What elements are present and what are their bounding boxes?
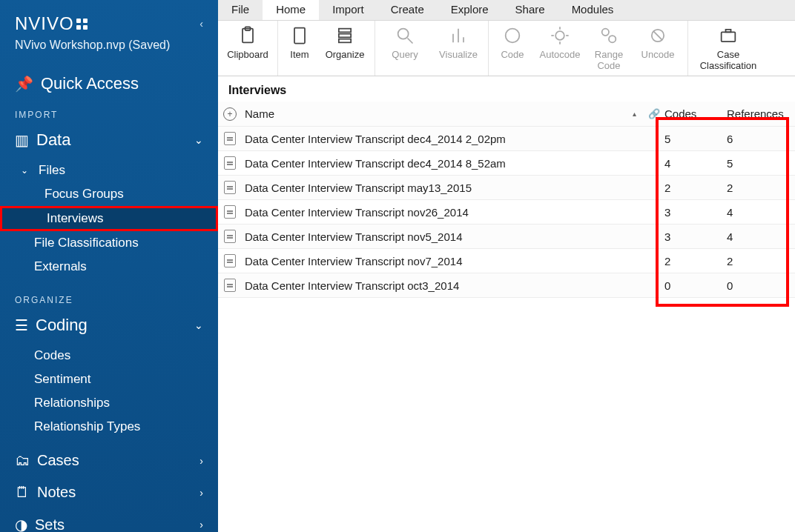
table-row[interactable]: Data Center Interview Transcript dec4_20… bbox=[218, 127, 795, 151]
main-area: File Home Import Create Explore Share Mo… bbox=[218, 0, 795, 532]
chevron-right-icon: › bbox=[199, 519, 203, 531]
sort-asc-icon: ▴ bbox=[633, 110, 636, 118]
grid-header: + Name ▴ 🔗 Codes References bbox=[218, 102, 795, 127]
code-icon bbox=[502, 25, 523, 46]
sidebar-item-files[interactable]: ⌄ Files bbox=[0, 159, 218, 182]
cell-references: 2 bbox=[727, 182, 795, 194]
sidebar: NVIVO ‹ NVivo Workshop.nvp (Saved) 📌 Qui… bbox=[0, 0, 218, 532]
cell-name: Data Center Interview Transcript dec4_20… bbox=[242, 157, 664, 170]
coding-section[interactable]: ☰ Coding ⌄ bbox=[0, 310, 218, 341]
chevron-right-icon: › bbox=[199, 455, 203, 467]
sidebar-item-codes[interactable]: Codes bbox=[0, 344, 218, 368]
table-row[interactable]: Data Center Interview Transcript nov26_2… bbox=[218, 200, 795, 225]
sidebar-item-focus-groups[interactable]: Focus Groups bbox=[0, 182, 218, 206]
cell-references: 2 bbox=[727, 255, 795, 267]
sidebar-item-externals[interactable]: Externals bbox=[0, 255, 218, 279]
panel-title: Interviews bbox=[218, 76, 795, 102]
cell-references: 0 bbox=[727, 279, 795, 292]
project-name: NVivo Workshop.nvp (Saved) bbox=[0, 39, 218, 68]
tab-explore[interactable]: Explore bbox=[438, 0, 502, 20]
document-icon bbox=[224, 205, 236, 219]
item-button[interactable]: Item bbox=[281, 25, 318, 60]
row-icon bbox=[218, 181, 242, 194]
cases-section[interactable]: 🗂 Cases › bbox=[0, 445, 218, 476]
range-code-button[interactable]: Range Code bbox=[587, 25, 631, 71]
cell-references: 5 bbox=[727, 157, 795, 170]
cell-name: Data Center Interview Transcript nov5_20… bbox=[242, 230, 664, 243]
svg-rect-3 bbox=[339, 29, 351, 33]
column-header-name[interactable]: Name ▴ 🔗 bbox=[242, 107, 664, 120]
column-header-codes[interactable]: Codes bbox=[664, 107, 727, 120]
notes-section[interactable]: 🗒 Notes › bbox=[0, 476, 218, 508]
cell-references: 4 bbox=[727, 230, 795, 243]
case-classification-button[interactable]: Case Classification bbox=[691, 25, 765, 71]
logo-dots-icon bbox=[76, 19, 88, 30]
svg-point-17 bbox=[602, 29, 609, 36]
tab-file[interactable]: File bbox=[218, 0, 263, 20]
menu-bar: File Home Import Create Explore Share Mo… bbox=[218, 0, 795, 21]
cell-name: Data Center Interview Transcript nov26_2… bbox=[242, 206, 664, 219]
row-icon bbox=[218, 205, 242, 219]
sidebar-item-file-classifications[interactable]: File Classifications bbox=[0, 231, 218, 255]
cell-codes: 2 bbox=[664, 255, 727, 267]
sidebar-item-interviews[interactable]: Interviews bbox=[0, 206, 218, 231]
tab-import[interactable]: Import bbox=[319, 0, 377, 20]
sets-section[interactable]: ◑ Sets › bbox=[0, 508, 218, 532]
document-icon bbox=[224, 181, 236, 194]
document-icon bbox=[224, 279, 236, 292]
clipboard-button[interactable]: Clipboard bbox=[221, 25, 274, 60]
sidebar-item-relationships[interactable]: Relationships bbox=[0, 391, 218, 415]
table-row[interactable]: Data Center Interview Transcript dec4_20… bbox=[218, 151, 795, 176]
notes-icon: 🗒 bbox=[15, 484, 30, 501]
code-button[interactable]: Code bbox=[492, 25, 533, 71]
autocode-button[interactable]: Autocode bbox=[533, 25, 587, 71]
chart-icon bbox=[448, 25, 469, 46]
organize-icon bbox=[334, 25, 355, 46]
chevron-right-icon: › bbox=[199, 487, 203, 499]
cell-codes: 3 bbox=[664, 230, 727, 243]
tab-share[interactable]: Share bbox=[502, 0, 558, 20]
row-icon bbox=[218, 254, 242, 267]
quick-access-button[interactable]: 📌 Quick Access bbox=[0, 68, 218, 99]
pin-icon: 📌 bbox=[15, 75, 33, 93]
sidebar-item-relationship-types[interactable]: Relationship Types bbox=[0, 415, 218, 439]
data-section[interactable]: ▥ Data ⌄ bbox=[0, 124, 218, 156]
row-icon bbox=[218, 279, 242, 292]
cell-codes: 2 bbox=[664, 182, 727, 194]
link-icon: 🔗 bbox=[648, 108, 660, 119]
coding-icon: ☰ bbox=[15, 316, 28, 334]
cell-codes: 0 bbox=[664, 279, 727, 292]
data-icon: ▥ bbox=[15, 131, 29, 149]
document-icon bbox=[289, 25, 310, 46]
svg-rect-5 bbox=[339, 39, 351, 43]
table-row[interactable]: Data Center Interview Transcript nov7_20… bbox=[218, 249, 795, 273]
table-row[interactable]: Data Center Interview Transcript nov5_20… bbox=[218, 225, 795, 249]
tab-create[interactable]: Create bbox=[377, 0, 438, 20]
svg-rect-2 bbox=[294, 28, 305, 44]
svg-rect-22 bbox=[726, 30, 731, 33]
tab-modules[interactable]: Modules bbox=[558, 0, 627, 20]
data-grid: + Name ▴ 🔗 Codes References Data Center … bbox=[218, 102, 795, 298]
add-row-button[interactable]: + bbox=[218, 107, 242, 121]
sidebar-item-sentiment[interactable]: Sentiment bbox=[0, 368, 218, 391]
query-button[interactable]: Query bbox=[378, 25, 432, 60]
collapse-sidebar-icon[interactable]: ‹ bbox=[199, 18, 203, 30]
table-row[interactable]: Data Center Interview Transcript oct3_20… bbox=[218, 273, 795, 298]
cell-codes: 5 bbox=[664, 133, 727, 145]
chevron-down-icon: ⌄ bbox=[194, 319, 203, 331]
cell-name: Data Center Interview Transcript oct3_20… bbox=[242, 279, 664, 292]
svg-line-20 bbox=[653, 31, 662, 40]
svg-line-7 bbox=[408, 39, 413, 44]
import-heading: IMPORT bbox=[0, 99, 218, 124]
clipboard-icon bbox=[237, 25, 258, 46]
autocode-icon bbox=[550, 25, 570, 46]
tab-home[interactable]: Home bbox=[263, 0, 319, 20]
uncode-button[interactable]: Uncode bbox=[631, 25, 685, 71]
visualize-button[interactable]: Visualize bbox=[432, 25, 485, 60]
document-icon bbox=[224, 132, 236, 145]
cell-name: Data Center Interview Transcript dec4_20… bbox=[242, 133, 664, 145]
cell-references: 4 bbox=[727, 206, 795, 219]
column-header-references[interactable]: References bbox=[727, 107, 795, 120]
table-row[interactable]: Data Center Interview Transcript may13_2… bbox=[218, 176, 795, 200]
organize-button[interactable]: Organize bbox=[318, 25, 372, 60]
